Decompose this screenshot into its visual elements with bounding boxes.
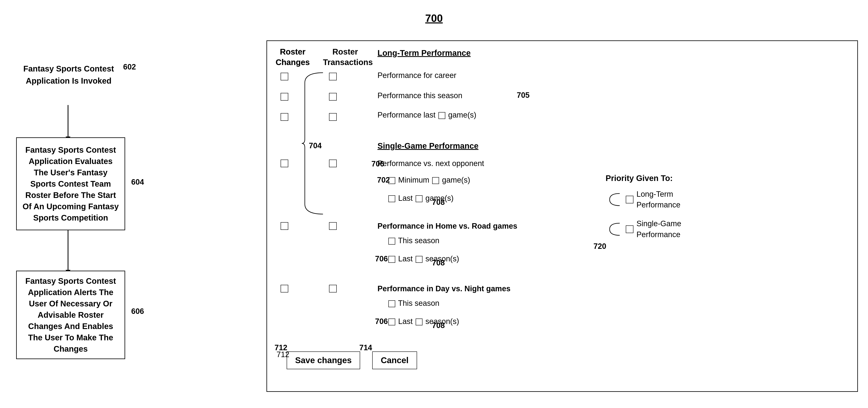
cb-lt-games[interactable] bbox=[438, 112, 445, 119]
cb-priority-lt[interactable] bbox=[626, 196, 633, 203]
cb-rc-dvn[interactable] bbox=[281, 285, 288, 292]
cb-hvr-season[interactable] bbox=[389, 238, 395, 244]
priority-label: Priority Given To: bbox=[606, 174, 681, 183]
lt-item-1: Performance for career bbox=[377, 71, 456, 80]
cb-rc-lt-3[interactable] bbox=[281, 113, 288, 121]
cb-dvn-season[interactable] bbox=[389, 300, 395, 307]
right-panel bbox=[267, 40, 858, 392]
cb-rt-lt-2[interactable] bbox=[329, 93, 337, 100]
cb-priority-sg[interactable] bbox=[626, 225, 633, 233]
ref-602: 602 bbox=[123, 63, 136, 71]
ref-708-hvr: 708 bbox=[432, 259, 445, 267]
sg-item-1: Performance vs. next opponent bbox=[377, 159, 484, 168]
ref-708-sg: 708 bbox=[432, 198, 445, 207]
flow-box-2: Fantasy Sports Contest Application Alert… bbox=[16, 271, 125, 359]
ref-708-dvn: 708 bbox=[432, 321, 445, 330]
cb-hvr-last[interactable] bbox=[389, 256, 395, 263]
priority-brace-2 bbox=[606, 221, 622, 237]
cb-sg-last-games[interactable] bbox=[415, 195, 423, 202]
page-title: 700 bbox=[425, 12, 443, 24]
ref-712: 712 bbox=[275, 343, 287, 352]
flow-box-1: Fantasy Sports Contest Application Evalu… bbox=[16, 137, 125, 230]
cb-rt-lt-3[interactable] bbox=[329, 113, 337, 121]
flow-start-label: Fantasy Sports Contest Application Is In… bbox=[20, 63, 117, 87]
ref-606: 606 bbox=[131, 307, 144, 316]
priority-sg-label: Single-GamePerformance bbox=[637, 218, 681, 240]
cb-rc-lt-2[interactable] bbox=[281, 93, 288, 100]
sg-item-2: Minimum game(s) bbox=[388, 176, 470, 184]
ref-702: 702 bbox=[377, 176, 390, 184]
cb-rt-lt-1[interactable] bbox=[329, 73, 337, 80]
cb-dvn-last[interactable] bbox=[389, 319, 395, 325]
cb-rc-lt-1[interactable] bbox=[281, 73, 288, 80]
col-header-2: RosterTransactions bbox=[323, 47, 367, 67]
cb-rt-dvn[interactable] bbox=[329, 285, 337, 292]
ref-720: 720 bbox=[593, 242, 669, 251]
lt-item-3: Performance last game(s) bbox=[377, 111, 476, 119]
dvn-item-1: This season bbox=[388, 299, 439, 308]
cb-rt-sg-1[interactable] bbox=[329, 159, 337, 167]
ref-714: 714 bbox=[359, 343, 372, 352]
cb-rt-hvr[interactable] bbox=[329, 222, 337, 230]
save-button[interactable]: Save changes bbox=[287, 351, 360, 369]
priority-lt-label: Long-TermPerformance bbox=[637, 189, 680, 210]
priority-brace-1 bbox=[606, 192, 622, 208]
lt-item-2: Performance this season bbox=[377, 91, 462, 100]
arrow-1 bbox=[68, 105, 68, 137]
cb-rc-sg-1[interactable] bbox=[281, 159, 288, 167]
section-single-game-header: Single-Game Performance bbox=[377, 141, 478, 150]
cb-hvr-seasons[interactable] bbox=[415, 256, 423, 263]
cb-sg-min-games[interactable] bbox=[432, 177, 439, 184]
section-long-term-header: Long-Term Performance bbox=[377, 49, 471, 58]
cb-sg-last[interactable] bbox=[389, 195, 395, 202]
hvr-item-2: Last season(s) bbox=[388, 255, 459, 263]
ref-704: 704 bbox=[309, 141, 321, 150]
ref-604: 604 bbox=[131, 178, 144, 186]
priority-section: Priority Given To: Long-TermPerformance … bbox=[606, 174, 681, 249]
dvn-item-2: Last season(s) bbox=[388, 317, 459, 326]
ref-706-hvr: 706 bbox=[375, 255, 388, 263]
dvn-header: Performance in Day vs. Night games bbox=[377, 284, 510, 293]
hvr-item-1: This season bbox=[388, 236, 439, 245]
ref-706-dvn: 706 bbox=[375, 317, 388, 326]
arrow-2 bbox=[68, 230, 68, 271]
col-header-1: RosterChanges bbox=[275, 47, 311, 67]
hvr-header: Performance in Home vs. Road games bbox=[377, 222, 517, 230]
cancel-button[interactable]: Cancel bbox=[372, 351, 417, 369]
cb-rc-hvr[interactable] bbox=[281, 222, 288, 230]
cb-dvn-seasons[interactable] bbox=[415, 319, 423, 325]
ref-705: 705 bbox=[517, 91, 529, 99]
